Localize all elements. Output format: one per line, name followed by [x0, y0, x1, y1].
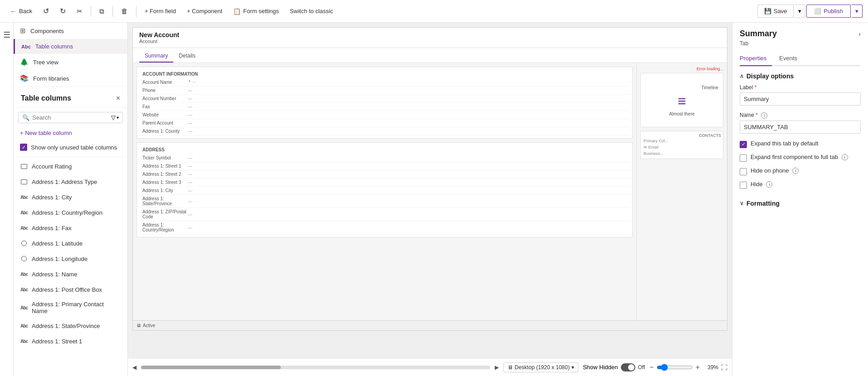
- show-unused-checkmark: ✓: [20, 144, 27, 151]
- filter-button[interactable]: ▽ ▾: [111, 114, 119, 121]
- menu-icon[interactable]: ☰: [0, 27, 13, 43]
- back-button[interactable]: ← Back: [5, 5, 37, 18]
- sidebar-item-form-libraries[interactable]: 📚 Form libraries: [14, 70, 127, 87]
- name-info-icon[interactable]: i: [761, 112, 767, 119]
- form-header-bar: New Account Account: [133, 28, 727, 48]
- field-value: —: [188, 164, 192, 169]
- label-input[interactable]: [740, 92, 861, 106]
- status-bar: 🖥 Active: [133, 320, 727, 330]
- sidebar-item-components[interactable]: ⊞ Components: [14, 23, 127, 39]
- field-label: Account Number: [142, 96, 188, 101]
- tab-events[interactable]: Events: [779, 51, 803, 66]
- list-item[interactable]: Address 1: Latitude: [14, 236, 127, 251]
- zoom-slider[interactable]: [657, 364, 693, 371]
- field-value: —: [188, 212, 192, 217]
- display-options-content: Label * Name * i ✓: [740, 84, 861, 189]
- form-field-button[interactable]: + Form field: [140, 5, 180, 17]
- form-settings-button[interactable]: 📋 Form settings: [229, 5, 283, 18]
- show-unused-checkbox[interactable]: ✓ Show only unused table columns: [14, 140, 127, 154]
- form-tab-summary[interactable]: Summary: [139, 50, 173, 63]
- list-item[interactable]: Abc Address 1: State/Province: [14, 318, 127, 333]
- publish-button[interactable]: ⬜ Publish: [806, 5, 851, 18]
- field-value: —: [188, 104, 192, 109]
- field-value: —: [188, 180, 192, 185]
- form-tab-details[interactable]: Details: [173, 50, 201, 63]
- search-input[interactable]: [32, 114, 108, 121]
- hide-phone-checkbox[interactable]: Hide on phone i: [740, 167, 861, 175]
- timeline-label: Timeline: [644, 84, 720, 91]
- delete-button[interactable]: 🗑: [117, 5, 132, 18]
- sidebar-item-table-columns[interactable]: Abc Table columns: [14, 39, 127, 54]
- right-panel-chevron[interactable]: ›: [858, 30, 861, 38]
- formatting-chevron: ∨: [740, 200, 744, 207]
- list-item[interactable]: Abc Address 1: Post Office Box: [14, 282, 127, 297]
- list-item[interactable]: Abc Address 1: Fax ···: [14, 220, 127, 236]
- almost-there-text: Almost there: [669, 111, 694, 116]
- list-item[interactable]: Address 1: Longitude: [14, 251, 127, 266]
- redo-button[interactable]: ↻: [55, 4, 70, 18]
- components-label: Components: [30, 28, 64, 34]
- add-column-label: + New table column: [20, 130, 72, 136]
- publish-label: Publish: [824, 8, 843, 14]
- column-label: Address 1: Street 1: [32, 338, 82, 345]
- list-item[interactable]: Abc Address 1: Name: [14, 266, 127, 282]
- publish-dropdown-button[interactable]: ▾: [852, 5, 863, 18]
- formatting-section-header[interactable]: ∨ Formatting: [740, 194, 861, 210]
- col-icon-circle: [20, 239, 28, 247]
- list-item[interactable]: Address 1: Address Type: [14, 174, 127, 189]
- switch-classic-button[interactable]: Switch to classic: [285, 5, 337, 17]
- copy-button[interactable]: ⧉: [95, 5, 109, 18]
- hide-info-icon[interactable]: i: [766, 181, 772, 188]
- sidebar-item-tree-view[interactable]: 🌲 Tree view: [14, 54, 127, 70]
- form-preview: New Account Account Summary Details ACCO…: [132, 27, 727, 331]
- timeline-icon: ≡: [678, 93, 686, 110]
- save-button[interactable]: 💾 Save: [757, 5, 794, 18]
- expand-first-checkbox[interactable]: Expand first component to full tab i: [740, 154, 861, 162]
- table-columns-label: Table columns: [35, 43, 73, 50]
- viewport-button[interactable]: 🖥 Desktop (1920 x 1080) ▾: [503, 362, 578, 372]
- left-panel-header: Table columns ×: [14, 87, 127, 107]
- field-label: Address 1: Street 1: [142, 164, 188, 169]
- scroll-right-icon[interactable]: ▶: [495, 364, 499, 371]
- name-input[interactable]: [740, 121, 861, 134]
- field-row: Phone —: [140, 87, 629, 95]
- column-label: Address 1: Latitude: [32, 240, 83, 247]
- tab-properties[interactable]: Properties: [740, 51, 772, 66]
- scroll-left-icon[interactable]: ◀: [132, 364, 137, 371]
- back-label: Back: [19, 8, 32, 14]
- zoom-out-button[interactable]: −: [649, 363, 653, 371]
- list-item[interactable]: Abc Address 1: Primary Contact Name: [14, 297, 127, 318]
- field-label: Address 1: Street 2: [142, 172, 188, 177]
- hide-phone-info-icon[interactable]: i: [792, 168, 799, 174]
- panel-body: ∧ Display options Label * Name *: [732, 66, 868, 376]
- form-right: Error loading... Timeline ≡ Almost there…: [636, 63, 727, 325]
- expand-first-info-icon[interactable]: i: [842, 154, 848, 160]
- cut-icon-button[interactable]: ✂: [72, 5, 87, 18]
- right-panel: Summary › Tab Properties Events ∧ Displa…: [732, 23, 868, 376]
- list-item[interactable]: Abc Address 1: Street 1: [14, 333, 127, 349]
- contacts-section: CONTACTS Primary Col... ✉ Email Business…: [640, 131, 723, 159]
- scrollbar-track[interactable]: [141, 366, 490, 369]
- fit-to-screen-button[interactable]: ⛶: [721, 364, 727, 371]
- expand-tab-checkbox[interactable]: ✓ Expand this tab by default: [740, 140, 861, 148]
- list-item[interactable]: Abc Address 1: Country/Region: [14, 205, 127, 220]
- save-dropdown-button[interactable]: ▾: [795, 5, 805, 18]
- error-link[interactable]: Error loading...: [640, 67, 723, 71]
- display-options-section-header[interactable]: ∧ Display options: [740, 66, 861, 84]
- field-value: —: [188, 121, 192, 125]
- list-item[interactable]: Account Rating: [14, 159, 127, 174]
- show-hidden-toggle[interactable]: [621, 363, 635, 371]
- delete-icon: 🗑: [121, 7, 128, 15]
- save-icon: 💾: [764, 8, 771, 14]
- undo-button[interactable]: ↺: [39, 4, 54, 18]
- list-item[interactable]: Abc Address 1: City: [14, 189, 127, 205]
- field-row: Fax —: [140, 103, 629, 111]
- component-button[interactable]: + Component: [182, 5, 227, 17]
- show-hidden-row: Show Hidden Off: [583, 363, 645, 371]
- add-column-button[interactable]: + New table column: [14, 126, 127, 140]
- hide-checkbox[interactable]: Hide i: [740, 181, 861, 189]
- close-panel-button[interactable]: ×: [116, 94, 120, 102]
- form-settings-icon: 📋: [233, 8, 241, 15]
- zoom-in-button[interactable]: +: [696, 363, 700, 371]
- name-required: *: [756, 112, 758, 118]
